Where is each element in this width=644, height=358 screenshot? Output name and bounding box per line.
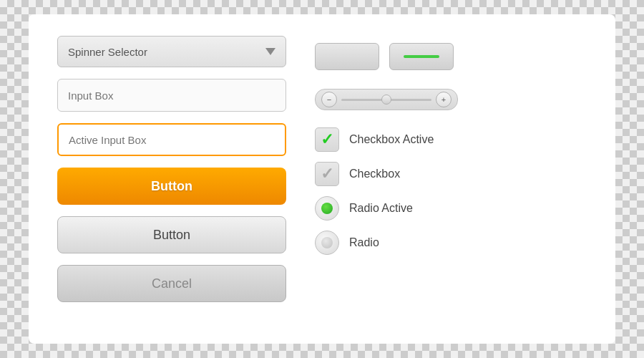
zoom-minus-button[interactable]: − (321, 92, 337, 107)
zoom-thumb[interactable] (381, 95, 391, 105)
radio-inactive-label: Radio (349, 236, 379, 249)
radio-dot-green-icon (321, 203, 333, 214)
spinner-label: Spinner Selector (68, 46, 265, 58)
checkbox-inactive-row: ✓ Checkbox (315, 162, 587, 186)
spinner-selector[interactable]: Spinner Selector (57, 36, 286, 67)
orange-button[interactable]: Button (57, 168, 286, 205)
checkbox-active-label: Checkbox Active (349, 133, 434, 146)
radio-dot-gray-icon (321, 237, 333, 248)
radio-inactive[interactable] (315, 231, 339, 255)
green-line-indicator (404, 55, 439, 58)
zoom-control: − + (315, 89, 458, 110)
radio-inactive-row: Radio (315, 231, 587, 255)
checkbox-active-row: ✓ Checkbox Active (315, 127, 587, 152)
zoom-plus-button[interactable]: + (436, 92, 452, 107)
checkbox-inactive-label: Checkbox (349, 168, 400, 180)
radio-active-label: Radio Active (349, 202, 413, 215)
radio-active[interactable] (315, 196, 339, 221)
cancel-button[interactable]: Cancel (57, 265, 286, 302)
zoom-track (341, 99, 431, 101)
controls-section: ✓ Checkbox Active ✓ Checkbox Radio Activ… (315, 127, 587, 255)
radio-active-row: Radio Active (315, 196, 587, 221)
right-column: − + ✓ Checkbox Active ✓ (315, 36, 587, 322)
checkbox-active[interactable]: ✓ (315, 127, 339, 152)
gray-button[interactable]: Button (57, 216, 286, 253)
flat-gray-button[interactable] (315, 43, 379, 70)
spinner-arrow-icon (265, 48, 275, 55)
checkmark-gray-icon: ✓ (321, 166, 333, 182)
left-column: Spinner Selector Button Button Cancel (57, 36, 286, 322)
top-buttons-row (315, 43, 587, 70)
main-container: Spinner Selector Button Button Cancel (29, 14, 615, 344)
flat-green-button[interactable] (389, 43, 454, 70)
input-box[interactable] (57, 79, 286, 112)
checkmark-green-icon: ✓ (321, 132, 333, 147)
active-input-box[interactable] (57, 123, 286, 156)
checkbox-inactive[interactable]: ✓ (315, 162, 339, 186)
